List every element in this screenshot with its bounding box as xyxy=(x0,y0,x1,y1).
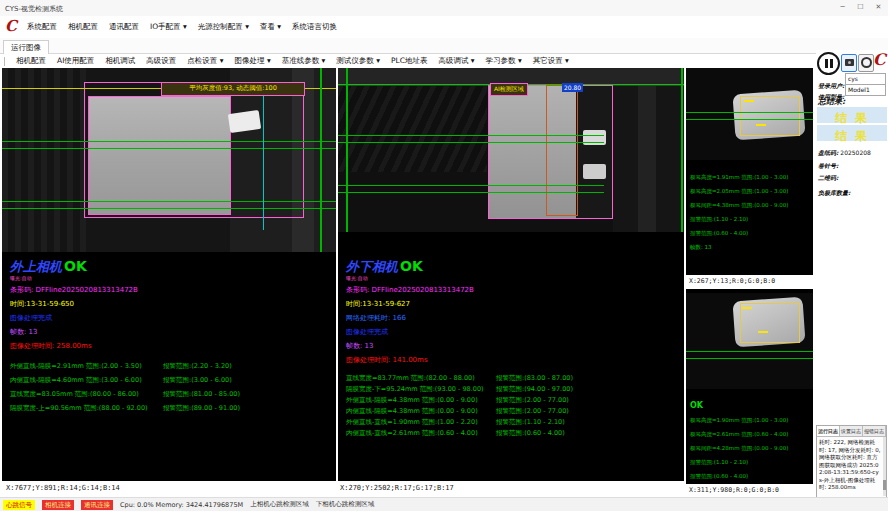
process-done-line: 图像处理完成 xyxy=(346,327,680,337)
aux-measure-line: 报警范围:(0.60 - 4.00) xyxy=(690,226,809,240)
tool-baseline-params[interactable]: 基准线参数 ▾ xyxy=(282,56,326,66)
alarm-range: 报警范围:(81.00 - 85.00) xyxy=(163,387,240,401)
camera-view-button[interactable] xyxy=(858,54,874,72)
negative-count-row: 负极库数量: xyxy=(818,189,886,198)
exposure-note: 曝光:自动 xyxy=(346,275,680,281)
cpu-memory-readout: Cpu: 0.0% Memory: 3424.41796875M xyxy=(120,501,243,509)
process-time-line: 图像处理时间: 141.00ms xyxy=(346,355,680,365)
measurement-row: 隔膜宽度-下=95.24mm 范围:(93.00 - 98.00) 报警范围:(… xyxy=(346,384,680,395)
bright-spot xyxy=(583,164,606,179)
tool-spot-check[interactable]: 点检设置 ▾ xyxy=(187,56,223,66)
comm-link-badge: 通讯连接 xyxy=(81,500,113,510)
alarm-range: 报警范围:(0.60 - 4.00) xyxy=(496,428,565,439)
pixel-coords-readout: X:270;Y:2502;R:17;G:17;B:17 xyxy=(340,484,454,492)
maximize-button[interactable]: ☐ xyxy=(853,1,868,13)
measurement-value: 内侧直线-直线=2.61mm 范围:(0.60 - 4.00) xyxy=(346,428,496,439)
machine-texture xyxy=(638,86,656,232)
aux-measure-line: 报警范围:(1.10 - 2.10) xyxy=(690,455,809,469)
close-button[interactable]: ✕ xyxy=(871,1,886,13)
alarm-range: 报警范围:(89.00 - 91.00) xyxy=(163,401,240,415)
measurement-row: 内侧直线-直线=2.61mm 范围:(0.60 - 4.00) 报警范围:(0.… xyxy=(346,428,680,439)
camera-link-badge: 相机连接 xyxy=(42,500,74,510)
aux-camera-image-bottom[interactable] xyxy=(686,293,813,389)
measure-line xyxy=(686,112,813,113)
menu-view[interactable]: 查看 ▾ xyxy=(260,22,281,32)
camera-image-upper-outer[interactable]: 平均灰度值:93, 动态阈值:100 xyxy=(2,68,336,252)
result-text: 结 果 xyxy=(835,111,869,125)
measurement-row: 外侧直线-隔膜=2.91mm 范围:(2.00 - 3.50) 报警范围:(2.… xyxy=(10,359,332,373)
measurement-row: 直线宽度=83.77mm 范围:(82.00 - 88.00) 报警范围:(83… xyxy=(346,373,680,384)
camera-image-lower-outer[interactable]: AI检测区域 20.80 xyxy=(338,68,684,232)
total-result-label: 总结果: xyxy=(818,96,845,107)
measure-line xyxy=(2,141,336,142)
measurement-row: 外侧直线-直线=1.90mm 范围:(1.00 - 2.20) 报警范围:(1.… xyxy=(346,417,680,428)
aux-measure-line: 极耳高度=1.91mm 范围:(1.00 - 3.00) xyxy=(690,170,809,184)
time-line: 时间:13-31-59-627 xyxy=(346,299,680,309)
machine-texture xyxy=(2,68,86,252)
aux-camera-panel-top: 极耳高度=1.91mm 范围:(1.00 - 3.00) 极耳高度=2.05mm… xyxy=(686,68,813,287)
menu-language-switch[interactable]: 系统语言切换 xyxy=(292,22,337,32)
qr-code-row: 二维码: xyxy=(818,174,886,183)
ok-status: OK xyxy=(64,258,87,274)
exposure-note: 曝光:自动 xyxy=(10,275,332,281)
brand-logo-icon: C xyxy=(873,50,886,69)
tool-plc-address[interactable]: PLC地址表 xyxy=(391,56,427,66)
reel-code-row: 盘纸码: 20250208 xyxy=(818,149,886,158)
main-area: 平均灰度值:93, 动态阈值:100 外上相机OK 曝光:自动 条形码: DFF… xyxy=(0,68,816,496)
tool-camera-debug[interactable]: 相机调试 xyxy=(105,56,135,66)
menu-comm-config[interactable]: 通讯配置 xyxy=(109,22,139,32)
camera-panel-lower-outer: AI检测区域 20.80 外下相机OK 曝光:自动 条形码: DFFIine20… xyxy=(338,68,684,481)
log-tab-settings[interactable]: 设置日志 xyxy=(840,426,863,436)
measure-line xyxy=(338,185,604,186)
menu-system-config[interactable]: 系统配置 xyxy=(27,22,57,32)
menu-light-config[interactable]: 光源控制配置 ▾ xyxy=(198,22,249,32)
lens-icon xyxy=(861,57,872,68)
toolbar: 相机配置 AI使用配置 相机调试 高级设置 点检设置 ▾ 图像处理 ▾ 基准线参… xyxy=(0,54,816,68)
tool-ai-usage[interactable]: AI使用配置 xyxy=(57,56,94,66)
measurement-value: 直线宽度=83.77mm 范围:(82.00 - 88.00) xyxy=(346,373,496,384)
tool-tester-params[interactable]: 测试仪参数 ▾ xyxy=(336,56,380,66)
negative-count-label: 负极库数量: xyxy=(818,189,850,196)
pixel-coords-readout: X:267;Y:13;R:0;G:0;B:0 xyxy=(686,275,813,287)
left-result-info: 外上相机OK 曝光:自动 条形码: DFFIine202502081331347… xyxy=(10,256,332,415)
product-region xyxy=(88,96,231,215)
alarm-range: 报警范围:(2.00 - 77.00) xyxy=(496,406,569,417)
ai-score-value: 20.80 xyxy=(562,83,583,92)
camera-panel-upper-outer: 平均灰度值:93, 动态阈值:100 外上相机OK 曝光:自动 条形码: DFF… xyxy=(2,68,336,481)
tool-other-settings[interactable]: 其它设置 ▾ xyxy=(533,56,569,66)
measurement-row: 直线宽度=83.05mm 范围:(80.00 - 86.00) 报警范围:(81… xyxy=(10,387,332,401)
measurement-value: 外侧直线-直线=1.90mm 范围:(1.00 - 2.20) xyxy=(346,417,496,428)
reel-code-value: 20250208 xyxy=(840,149,871,156)
aux-measurements: 极耳高度=1.91mm 范围:(1.00 - 3.00) 极耳高度=2.05mm… xyxy=(686,160,813,254)
tool-camera-config[interactable]: 相机配置 xyxy=(16,56,46,66)
label-mark xyxy=(756,124,766,126)
aux-camera-image-top[interactable] xyxy=(686,68,813,160)
model-field[interactable]: Model1 xyxy=(845,84,886,96)
alarm-range: 报警范围:(94.00 - 97.00) xyxy=(496,384,573,395)
menu-io-config[interactable]: IO手配置 ▾ xyxy=(150,22,187,32)
label-mark xyxy=(744,100,754,102)
camera-view-button-selected[interactable] xyxy=(841,54,857,72)
tab-run-image[interactable]: 运行图像 xyxy=(3,40,49,55)
net-time-line: 网络处理耗时: 166 xyxy=(346,313,680,323)
tool-advanced-settings[interactable]: 高级设置 xyxy=(146,56,176,66)
menu-camera-config[interactable]: 相机配置 xyxy=(68,22,98,32)
camera-icon xyxy=(845,59,854,66)
pause-button[interactable] xyxy=(817,52,840,75)
lower-camera-heartbeat-label: 下相机心跳检测区域 xyxy=(316,500,375,509)
minimize-button[interactable]: ─ xyxy=(835,1,850,13)
login-user-row: 登录用户: cys xyxy=(818,73,886,84)
log-tab-errors[interactable]: 报错日志 xyxy=(863,426,886,436)
tool-advanced-debug[interactable]: 高级调试 ▾ xyxy=(438,56,474,66)
edge-line xyxy=(263,88,264,230)
measurement-row: 外侧直线-隔膜=4.38mm 范围:(0.00 - 9.00) 报警范围:(2.… xyxy=(346,395,680,406)
gray-threshold-overlay: 平均灰度值:93, 动态阈值:100 xyxy=(161,82,305,96)
tool-image-processing[interactable]: 图像处理 ▾ xyxy=(235,56,271,66)
app-window: CYS-视觉检测系统 ─ ☐ ✕ C 系统配置 相机配置 通讯配置 IO手配置 … xyxy=(0,0,888,522)
ok-status: OK xyxy=(400,258,423,274)
aux-measure-line: 报警范围:(0.60 - 4.00) xyxy=(690,469,809,483)
tool-learning-params[interactable]: 学习参数 ▾ xyxy=(486,56,522,66)
log-tab-run[interactable]: 运行日志 xyxy=(817,426,840,436)
scrollbar-thumb[interactable] xyxy=(883,480,886,490)
log-scrollbar[interactable] xyxy=(883,437,886,496)
